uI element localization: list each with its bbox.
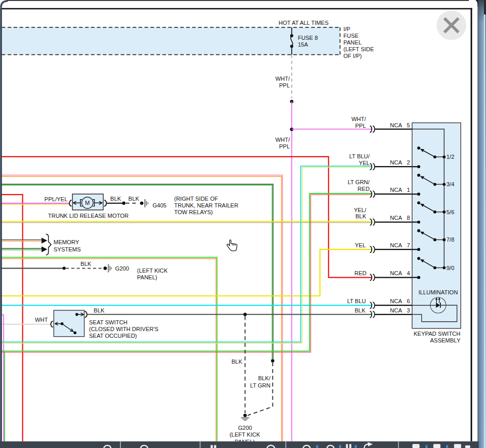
- svg-text:NCA: NCA: [390, 298, 403, 304]
- svg-text:(LEFT KICK: (LEFT KICK: [229, 431, 260, 438]
- svg-text:(CLOSED WITH DRIVER'S: (CLOSED WITH DRIVER'S: [89, 326, 158, 332]
- svg-text:M: M: [85, 200, 90, 206]
- svg-text:3: 3: [407, 307, 410, 313]
- svg-text:7/8: 7/8: [447, 236, 454, 243]
- svg-text:1/2: 1/2: [447, 154, 454, 160]
- svg-text:NCA: NCA: [390, 159, 403, 166]
- svg-text:BLK: BLK: [231, 359, 242, 365]
- svg-text:MEMORY: MEMORY: [54, 239, 80, 245]
- svg-text:PANEL): PANEL): [137, 274, 157, 280]
- svg-text:YEL: YEL: [355, 242, 366, 248]
- svg-text:PPL: PPL: [279, 82, 290, 88]
- svg-text:4: 4: [407, 270, 410, 276]
- svg-text:PPL: PPL: [355, 123, 366, 129]
- svg-text:SEAT SWITCH: SEAT SWITCH: [89, 319, 127, 325]
- svg-text:LT BLU/: LT BLU/: [349, 153, 370, 159]
- svg-text:(LEFT SIDE: (LEFT SIDE: [344, 46, 374, 52]
- svg-text:NCA: NCA: [390, 122, 403, 128]
- svg-text:BLK: BLK: [128, 196, 139, 202]
- svg-text:NCA: NCA: [390, 270, 403, 276]
- svg-text:BLK/: BLK/: [258, 375, 271, 381]
- svg-text:OF I/P): OF I/P): [344, 53, 362, 59]
- svg-text:BLK: BLK: [110, 196, 121, 202]
- svg-text:TOW RELAYS): TOW RELAYS): [174, 209, 213, 215]
- svg-text:BLK: BLK: [81, 261, 92, 267]
- svg-text:LT GRN/: LT GRN/: [348, 179, 370, 185]
- svg-text:WHT/: WHT/: [275, 137, 290, 143]
- svg-text:FUSE 8: FUSE 8: [298, 35, 318, 41]
- svg-text:YEL/: YEL/: [354, 207, 367, 213]
- svg-text:BLK: BLK: [355, 307, 365, 313]
- svg-text:(LEFT KICK: (LEFT KICK: [137, 267, 168, 274]
- svg-text:RED: RED: [358, 186, 370, 192]
- svg-text:NCA: NCA: [390, 215, 403, 221]
- svg-text:TRUNK, NEAR TRAILER: TRUNK, NEAR TRAILER: [174, 202, 239, 208]
- svg-text:7: 7: [407, 242, 410, 248]
- svg-text:PPL: PPL: [279, 143, 290, 150]
- svg-text:ASSEMBLY: ASSEMBLY: [430, 337, 461, 344]
- svg-text:YEL: YEL: [359, 160, 370, 166]
- svg-text:15A: 15A: [298, 41, 308, 48]
- svg-text:5/6: 5/6: [447, 209, 454, 215]
- svg-text:G405: G405: [153, 202, 167, 208]
- svg-text:HOT AT ALL TIMES: HOT AT ALL TIMES: [278, 20, 329, 26]
- svg-text:FUSE: FUSE: [344, 33, 359, 39]
- svg-text:BLK: BLK: [94, 307, 105, 313]
- svg-text:I/P: I/P: [344, 26, 350, 32]
- svg-text:5: 5: [407, 122, 410, 128]
- svg-text:NCA: NCA: [390, 307, 403, 313]
- svg-text:1: 1: [407, 187, 410, 193]
- svg-text:WHT/: WHT/: [351, 116, 366, 122]
- svg-text:SEAT OCCUPIED): SEAT OCCUPIED): [89, 333, 137, 339]
- svg-text:SYSTEMS: SYSTEMS: [54, 246, 81, 252]
- svg-text:8: 8: [407, 215, 410, 221]
- svg-text:9/0: 9/0: [447, 265, 454, 271]
- svg-text:G200: G200: [238, 425, 252, 431]
- svg-text:(RIGHT SIDE OF: (RIGHT SIDE OF: [174, 196, 218, 202]
- svg-text:WHT/: WHT/: [275, 76, 290, 82]
- svg-text:G200: G200: [115, 265, 129, 272]
- svg-text:NCA: NCA: [390, 187, 403, 193]
- svg-text:NCA: NCA: [390, 242, 403, 248]
- svg-text:PPL/YEL: PPL/YEL: [45, 196, 68, 202]
- svg-text:LT GRN: LT GRN: [250, 382, 270, 389]
- svg-text:2: 2: [407, 159, 410, 166]
- svg-text:PANEL: PANEL: [344, 39, 362, 46]
- svg-text:KEYPAD SWITCH: KEYPAD SWITCH: [414, 331, 460, 337]
- svg-text:BLK: BLK: [356, 213, 366, 219]
- svg-text:RED: RED: [355, 270, 366, 276]
- svg-text:6: 6: [407, 298, 410, 304]
- svg-text:LT BLU: LT BLU: [347, 298, 366, 304]
- svg-text:WHT: WHT: [35, 317, 48, 323]
- svg-text:3/4: 3/4: [447, 181, 454, 187]
- svg-text:ILLUMINATION: ILLUMINATION: [418, 289, 458, 295]
- svg-text:TRUNK LID RELEASE MOTOR: TRUNK LID RELEASE MOTOR: [48, 213, 129, 219]
